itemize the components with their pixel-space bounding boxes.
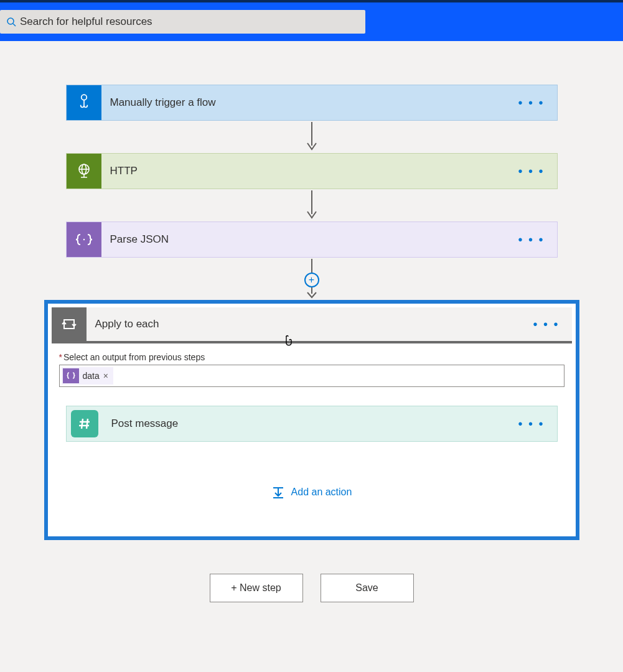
bottom-actions: + New step Save bbox=[210, 574, 414, 602]
insert-icon bbox=[271, 485, 285, 499]
search-input[interactable] bbox=[20, 16, 359, 28]
step-apply-menu[interactable]: • • • bbox=[520, 307, 571, 341]
search-icon bbox=[6, 17, 16, 27]
braces-icon bbox=[63, 368, 79, 383]
output-token-input[interactable]: data × bbox=[59, 365, 564, 387]
svg-point-0 bbox=[7, 18, 14, 24]
new-step-button[interactable]: + New step bbox=[210, 574, 303, 602]
step-apply-to-each: Apply to each • • • *Select an output fr… bbox=[44, 300, 579, 540]
touch-icon bbox=[67, 85, 101, 120]
connector-arrow bbox=[306, 190, 318, 220]
svg-line-11 bbox=[82, 419, 83, 429]
connector-arrow bbox=[306, 122, 318, 152]
globe-icon bbox=[67, 154, 101, 189]
svg-point-8 bbox=[83, 239, 84, 240]
token-data[interactable]: data × bbox=[62, 367, 113, 385]
flow-canvas: Manually trigger a flow • • • HTTP • • • bbox=[0, 41, 623, 602]
braces-icon bbox=[67, 222, 101, 257]
output-field-label: *Select an output from previous steps bbox=[59, 352, 564, 362]
connector-arrow bbox=[306, 259, 318, 273]
save-button[interactable]: Save bbox=[321, 574, 414, 602]
step-parse-json[interactable]: Parse JSON • • • bbox=[66, 222, 558, 258]
add-action-button[interactable]: Add an action bbox=[59, 485, 564, 499]
step-apply-header[interactable]: Apply to each • • • bbox=[52, 307, 572, 343]
insert-step-button[interactable]: + bbox=[304, 273, 319, 287]
connector-arrow bbox=[306, 287, 318, 299]
required-asterisk: * bbox=[59, 352, 62, 362]
step-trigger[interactable]: Manually trigger a flow • • • bbox=[66, 85, 558, 121]
token-label: data bbox=[83, 371, 100, 381]
step-post-menu[interactable]: • • • bbox=[505, 417, 556, 431]
svg-line-1 bbox=[13, 24, 16, 26]
step-parse-menu[interactable]: • • • bbox=[505, 233, 556, 247]
search-box[interactable] bbox=[0, 10, 365, 34]
step-http-label: HTTP bbox=[110, 165, 506, 177]
step-post-message[interactable]: Post message • • • bbox=[66, 406, 558, 442]
step-trigger-label: Manually trigger a flow bbox=[110, 96, 506, 109]
svg-point-2 bbox=[81, 95, 87, 100]
step-http[interactable]: HTTP • • • bbox=[66, 153, 558, 189]
step-apply-label: Apply to each bbox=[95, 307, 521, 341]
hash-icon bbox=[71, 410, 98, 437]
step-post-label: Post message bbox=[111, 418, 506, 430]
loop-icon bbox=[52, 307, 87, 341]
svg-line-12 bbox=[87, 419, 88, 429]
token-remove[interactable]: × bbox=[103, 371, 108, 381]
step-trigger-menu[interactable]: • • • bbox=[505, 96, 556, 110]
step-parse-label: Parse JSON bbox=[110, 233, 506, 246]
top-bar bbox=[0, 0, 623, 41]
add-action-label: Add an action bbox=[291, 487, 352, 498]
step-http-menu[interactable]: • • • bbox=[505, 164, 556, 179]
step-apply-body: *Select an output from previous steps da… bbox=[48, 343, 576, 536]
